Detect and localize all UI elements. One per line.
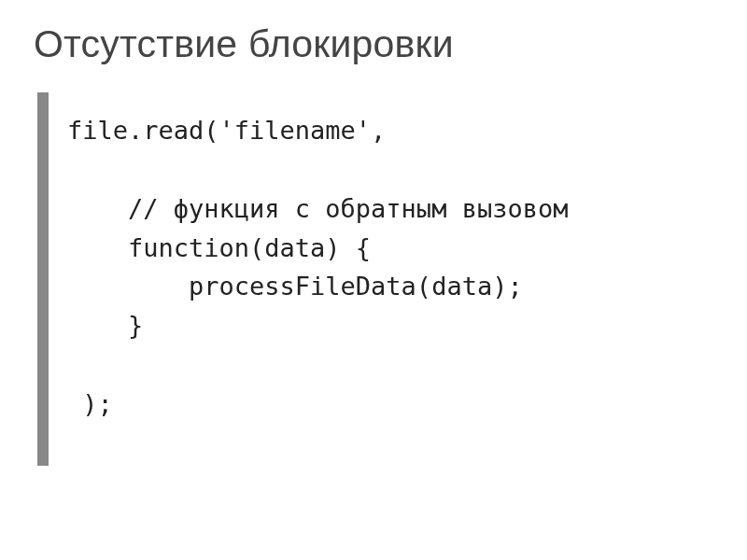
code-line: function(data) { [67, 233, 371, 262]
code-line: } [67, 311, 143, 340]
code-block: file.read('filename', // функция с обрат… [37, 92, 713, 466]
presentation-slide: Отсутствие блокировки file.read('filenam… [0, 0, 747, 560]
slide-title: Отсутствие блокировки [34, 22, 713, 66]
code-line: processFileData(data); [67, 272, 523, 301]
code-line: file.read('filename', [67, 116, 386, 145]
code-content: file.read('filename', // функция с обрат… [67, 111, 695, 424]
code-line: // функция с обратным вызовом [67, 194, 568, 223]
code-line: ); [67, 389, 113, 418]
